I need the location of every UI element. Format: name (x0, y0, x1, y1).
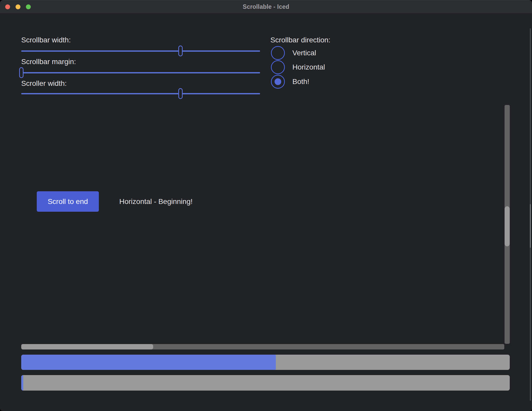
window-title: Scrollable - Iced (0, 0, 532, 13)
window-edge-scroller (530, 204, 531, 248)
horizontal-progress-fill (21, 375, 23, 391)
scrollbar-width-slider-track[interactable] (21, 50, 260, 52)
scroll-to-end-button[interactable]: Scroll to end (37, 191, 99, 212)
scrollbar-margin-label: Scrollbar margin: (21, 57, 76, 66)
vertical-progress-bar (21, 355, 510, 370)
titlebar: Scrollable - Iced (0, 0, 532, 14)
horizontal-scrollbar-track[interactable] (21, 344, 504, 349)
scroller-width-slider-handle[interactable] (178, 88, 183, 99)
radio-horizontal[interactable] (271, 60, 285, 74)
radio-vertical[interactable] (271, 46, 285, 60)
radio-horizontal-label[interactable]: Horizontal (292, 60, 325, 74)
scroller-width-slider-track[interactable] (21, 93, 260, 94)
scrollbar-width-slider-handle[interactable] (178, 45, 183, 56)
vertical-scrollbar-track[interactable] (505, 105, 510, 344)
vertical-progress-fill (21, 355, 276, 370)
horizontal-progress-bar (21, 375, 510, 391)
radio-vertical-label[interactable]: Vertical (292, 46, 316, 60)
scroll-status-text: Horizontal - Beginning! (119, 191, 193, 212)
scrollbar-margin-slider-track[interactable] (21, 72, 260, 73)
radio-both[interactable] (271, 75, 285, 89)
app-window: Scrollable - Iced Scrollbar width: Scrol… (0, 0, 532, 411)
scroller-width-label: Scroller width: (21, 79, 67, 88)
scrollbar-margin-slider-handle[interactable] (19, 67, 24, 78)
radio-both-label[interactable]: Both! (292, 75, 309, 89)
horizontal-scroller[interactable] (21, 344, 153, 349)
vertical-scroller[interactable] (505, 206, 510, 246)
scrollbar-direction-label: Scrollbar direction: (270, 36, 330, 44)
scrollbar-width-label: Scrollbar width: (21, 36, 71, 44)
radio-selected-dot (275, 78, 281, 85)
